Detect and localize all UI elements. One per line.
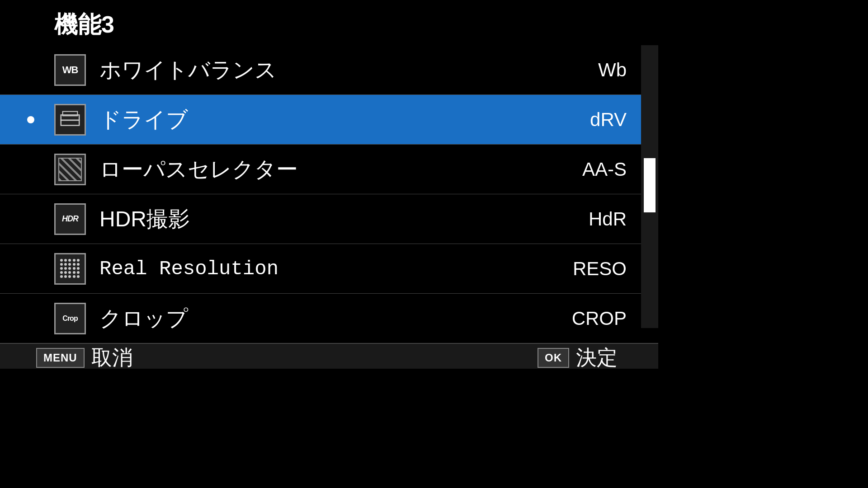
crop-icon: Crop — [54, 303, 86, 334]
ok-button[interactable]: OK 決定 — [538, 344, 618, 369]
menu-label-drive: ドライブ — [99, 105, 590, 134]
ok-text: 決定 — [576, 344, 618, 369]
menu-label-hdr: HDR撮影 — [99, 205, 589, 234]
menu-label-white-balance: ホワイトバランス — [99, 56, 598, 84]
camera-menu-screen: 機能3 WB ホワイトバランス Wb ドライブ — [0, 0, 658, 369]
real-resolution-icon — [54, 253, 86, 285]
menu-item-hdr[interactable]: HDR HDR撮影 HdR — [0, 194, 658, 244]
menu-shortcut-real-resolution: RESO — [573, 258, 627, 280]
cancel-button[interactable]: MENU 取消 — [36, 344, 133, 369]
footer: MENU 取消 OK 決定 — [0, 343, 658, 369]
scrollbar-track — [641, 45, 658, 328]
cancel-text: 取消 — [91, 344, 133, 369]
menu-label-lowpass: ローパスセレクター — [99, 155, 582, 184]
scrollbar-thumb — [644, 158, 656, 212]
menu-shortcut-crop: CROP — [572, 308, 627, 329]
menu-item-real-resolution[interactable]: Real Resolution RESO — [0, 244, 658, 294]
menu-key-label: MENU — [36, 348, 85, 368]
page-title: 機能3 — [0, 0, 658, 45]
ok-key-label: OK — [538, 348, 569, 368]
menu-item-lowpass[interactable]: ローパスセレクター AA-S — [0, 145, 658, 194]
drive-icon — [54, 104, 86, 136]
menu-label-crop: クロップ — [99, 304, 572, 333]
menu-shortcut-lowpass: AA-S — [582, 159, 627, 180]
menu-shortcut-drive: dRV — [590, 109, 627, 131]
wb-icon: WB — [54, 54, 86, 86]
menu-item-drive[interactable]: ドライブ dRV — [0, 95, 658, 145]
menu-shortcut-hdr: HdR — [589, 208, 627, 230]
menu-list: WB ホワイトバランス Wb ドライブ dRV — [0, 45, 658, 343]
menu-item-crop[interactable]: Crop クロップ CROP — [0, 294, 658, 343]
menu-shortcut-white-balance: Wb — [598, 59, 627, 81]
hdr-icon: HDR — [54, 203, 86, 235]
menu-item-white-balance[interactable]: WB ホワイトバランス Wb — [0, 45, 658, 95]
menu-label-real-resolution: Real Resolution — [99, 258, 573, 280]
svg-rect-1 — [61, 120, 79, 125]
lowpass-icon — [54, 154, 86, 185]
selected-indicator — [27, 116, 34, 123]
